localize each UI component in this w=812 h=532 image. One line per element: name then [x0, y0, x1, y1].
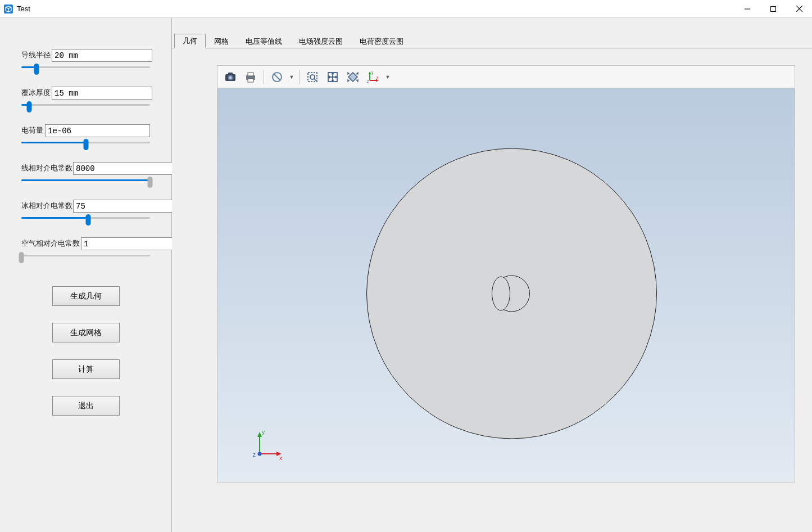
param-label: 覆冰厚度 — [21, 88, 52, 98]
eps-wire-slider[interactable] — [21, 177, 150, 183]
eps-ice-slider[interactable] — [21, 215, 150, 220]
param-label: 冰相对介电常数 — [21, 201, 73, 211]
svg-line-16 — [314, 79, 316, 81]
svg-text:y: y — [371, 70, 374, 75]
toolbar-separator — [264, 70, 264, 84]
param-eps-ice: 冰相对介电常数 — [21, 200, 150, 220]
svg-rect-2 — [771, 6, 776, 11]
diamond-icon[interactable] — [343, 68, 362, 86]
svg-point-30 — [492, 277, 510, 310]
minimize-button[interactable] — [734, 0, 760, 18]
svg-rect-6 — [228, 73, 233, 75]
main-layout: 导线半径 覆冰厚度 电荷量 — [0, 18, 812, 532]
action-buttons: 生成几何 生成网格 计算 退出 — [21, 286, 150, 416]
axes-dropdown[interactable]: ▼ — [384, 68, 392, 86]
ice-thickness-slider[interactable] — [21, 102, 150, 107]
compute-button[interactable]: 计算 — [52, 359, 120, 379]
eps-air-input[interactable] — [81, 237, 182, 250]
nosymbol-dropdown[interactable]: ▼ — [288, 68, 296, 86]
axis-x-label: x — [279, 455, 282, 461]
charge-input[interactable] — [45, 124, 150, 137]
svg-marker-32 — [257, 432, 262, 437]
title-bar: Test — [0, 0, 812, 18]
param-label: 电荷量 — [21, 126, 45, 136]
window-title: Test — [17, 4, 30, 13]
param-label: 空气相对介电常数 — [21, 239, 81, 249]
param-label: 线相对介电常数 — [21, 164, 73, 173]
svg-text:z: z — [367, 79, 369, 83]
param-eps-wire: 线相对介电常数 — [21, 162, 150, 183]
param-eps-air: 空气相对介电常数 — [21, 237, 150, 258]
wire-radius-slider[interactable] — [21, 64, 150, 70]
param-ice-thickness: 覆冰厚度 — [21, 87, 150, 107]
svg-rect-10 — [248, 73, 253, 76]
toolbar-separator — [299, 70, 300, 84]
param-label: 导线半径 — [21, 51, 52, 60]
charge-slider[interactable] — [21, 139, 150, 145]
tab-efield[interactable]: 电场强度云图 — [291, 34, 351, 48]
svg-marker-24 — [376, 79, 379, 82]
axis-indicator: y x z — [251, 429, 285, 462]
zoom-box-icon[interactable] — [303, 68, 322, 86]
svg-point-15 — [310, 75, 315, 79]
eps-ice-input[interactable] — [73, 200, 174, 213]
viewer-toolbar: ▼ — [217, 66, 795, 88]
tab-geometry[interactable]: 几何 — [174, 34, 206, 48]
generate-mesh-button[interactable]: 生成网格 — [52, 323, 120, 342]
eps-wire-input[interactable] — [73, 162, 174, 175]
svg-marker-20 — [348, 73, 357, 82]
side-panel: 导线半径 覆冰厚度 电荷量 — [0, 18, 172, 532]
print-icon[interactable] — [241, 68, 260, 86]
param-charge: 电荷量 — [21, 124, 150, 145]
axis-y-label: y — [262, 429, 265, 435]
svg-text:x: x — [376, 75, 379, 79]
axes-icon[interactable]: y x z — [364, 68, 383, 86]
tab-voltage[interactable]: 电压等值线 — [237, 34, 291, 48]
geometry-viewport[interactable]: y x z — [217, 88, 795, 482]
axis-z-label: z — [253, 452, 256, 458]
tab-mesh[interactable]: 网格 — [206, 34, 237, 48]
ice-thickness-input[interactable] — [52, 87, 152, 100]
wire-radius-input[interactable] — [52, 49, 152, 62]
exit-button[interactable]: 退出 — [52, 396, 120, 416]
svg-point-8 — [229, 76, 232, 78]
tab-charge-cloud[interactable]: 电荷密度云图 — [351, 34, 412, 48]
close-button[interactable] — [786, 0, 812, 18]
svg-rect-11 — [248, 79, 253, 82]
svg-marker-22 — [369, 71, 371, 74]
content-area: 几何 网格 电压等值线 电场强度云图 电荷密度云图 — [172, 18, 812, 532]
app-icon — [3, 4, 13, 14]
eps-air-slider[interactable] — [21, 253, 150, 258]
maximize-button[interactable] — [760, 0, 786, 18]
svg-point-35 — [258, 452, 262, 456]
nosymbol-icon[interactable] — [267, 68, 287, 86]
geometry-canvas — [217, 88, 795, 482]
svg-line-13 — [274, 74, 280, 80]
tab-strip: 几何 网格 电压等值线 电场强度云图 电荷密度云图 — [172, 35, 812, 48]
camera-icon[interactable] — [221, 68, 240, 86]
generate-geometry-button[interactable]: 生成几何 — [52, 286, 120, 306]
fit-view-icon[interactable] — [323, 68, 342, 86]
param-wire-radius: 导线半径 — [21, 49, 150, 70]
viewer-container: ▼ — [217, 65, 795, 483]
